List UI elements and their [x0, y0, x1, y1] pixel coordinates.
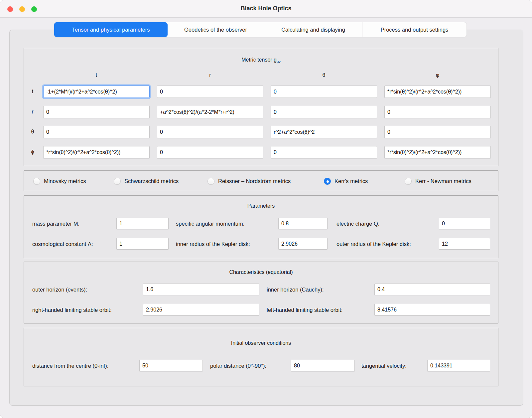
cosmological-constant-label: cosmological constant Λ:: [32, 241, 93, 247]
outer-kepler-radius-input[interactable]: [439, 238, 490, 250]
matrix-row-header-r: r: [27, 109, 39, 115]
metric-cell-r-r[interactable]: [157, 106, 263, 118]
metric-cell-r-phi[interactable]: [384, 106, 491, 118]
tangential-velocity-label: tangential velocity:: [361, 363, 407, 369]
polar-distance-input[interactable]: [291, 360, 355, 371]
text-caret: [147, 88, 148, 95]
mass-parameter-input[interactable]: [116, 218, 169, 229]
parameters-groupbox: Parameters mass parameter M: specific an…: [24, 195, 498, 258]
specific-angular-momentum-input[interactable]: [278, 218, 328, 229]
radio-label: Kerr's metrics: [334, 178, 368, 184]
matrix-row-header-theta: θ: [27, 129, 39, 135]
polar-distance-label: polar distance (0°-90°):: [210, 363, 266, 369]
distance-from-centre-input[interactable]: [139, 360, 203, 371]
inner-horizon-input[interactable]: [374, 284, 490, 295]
outer-horizon-input[interactable]: [143, 284, 259, 295]
metric-tensor-title: Metric tensor gμν: [24, 57, 498, 64]
radio-option-minovsky-metrics[interactable]: Minovsky metrics: [33, 171, 86, 191]
outer-kepler-radius-label: outer radius of the Kepler disk:: [336, 241, 411, 247]
tab-calculating-and-displaying[interactable]: Calculating and displaying: [264, 22, 362, 37]
radio-unselected-icon: [207, 178, 214, 185]
radio-option-kerrs-metrics[interactable]: Kerr's metrics: [324, 171, 368, 191]
matrix-col-header-phi: φ: [384, 72, 491, 78]
inner-horizon-label: inner horizon (Cauchy):: [267, 287, 324, 293]
radio-label: Reissner – Nordström metrics: [218, 178, 291, 184]
initial-conditions-title: Initial observer conditions: [24, 340, 498, 346]
app-window: Black Hole Optics Tensor and physical pa…: [0, 0, 532, 418]
metric-cell-phi-theta[interactable]: [271, 146, 377, 158]
metric-cell-t-t[interactable]: [43, 86, 150, 98]
mass-parameter-label: mass parameter M:: [32, 221, 79, 227]
radio-option-schwarzschild-metrics[interactable]: Schwarzschild metrics: [114, 171, 179, 191]
left-handed-orbit-label: left-handed limiting stable orbit:: [267, 307, 342, 313]
radio-selected-icon: [324, 178, 331, 185]
window-title: Black Hole Optics: [0, 5, 532, 12]
radio-label: Schwarzschild metrics: [124, 178, 179, 184]
radio-option-reissner-nordstrom-metrics[interactable]: Reissner – Nordström metrics: [207, 171, 291, 191]
metric-cell-theta-t[interactable]: [43, 126, 150, 138]
titlebar: Black Hole Optics: [0, 0, 532, 18]
metric-cell-r-t[interactable]: [43, 106, 150, 118]
tangential-velocity-input[interactable]: [427, 360, 490, 371]
metric-cell-phi-phi[interactable]: [384, 146, 491, 158]
right-handed-orbit-input[interactable]: [143, 304, 259, 315]
outer-horizon-label: outer horizon (events):: [32, 287, 87, 293]
characteristics-title: Characteristics (equatorial): [24, 269, 498, 275]
electric-charge-input[interactable]: [439, 218, 490, 229]
parameters-title: Parameters: [24, 203, 498, 209]
matrix-col-header-theta: θ: [271, 72, 377, 78]
inner-kepler-radius-label: inner radius of the Kepler disk:: [176, 241, 250, 247]
radio-option-kerr-newman-metrics[interactable]: Kerr - Newman metrics: [405, 171, 471, 191]
metric-cell-theta-r[interactable]: [157, 126, 263, 138]
metric-cell-t-r[interactable]: [157, 86, 263, 98]
inner-kepler-radius-input[interactable]: [278, 238, 328, 250]
matrix-col-header-r: r: [157, 72, 263, 78]
cosmological-constant-input[interactable]: [116, 238, 169, 250]
metric-cell-phi-r[interactable]: [157, 146, 263, 158]
metric-cell-r-theta[interactable]: [271, 106, 377, 118]
initial-conditions-groupbox: Initial observer conditions distance fro…: [24, 328, 498, 386]
tab-geodetics-of-the-observer[interactable]: Geodetics of the observer: [167, 22, 264, 37]
distance-from-centre-label: distance from the centre (0-inf):: [32, 363, 108, 369]
matrix-row-header-t: t: [27, 89, 39, 95]
metric-tensor-groupbox: Metric tensor gμν t r θ φ t r θ ϕ: [24, 48, 498, 166]
radio-unselected-icon: [33, 178, 40, 185]
metric-tensor-subscript: μν: [277, 60, 281, 64]
right-handed-orbit-label: right-handed limiting stable orbit:: [32, 307, 111, 313]
metric-cell-t-phi[interactable]: [384, 86, 491, 98]
tab-tensor-and-physical-parameters[interactable]: Tensor and physical parameters: [54, 22, 168, 37]
radio-unselected-icon: [114, 178, 121, 185]
metrics-selector-groupbox: Minovsky metrics Schwarzschild metrics R…: [24, 170, 498, 191]
electric-charge-label: electric charge Q:: [336, 221, 379, 227]
metric-cell-theta-theta[interactable]: [271, 126, 377, 138]
matrix-col-header-t: t: [43, 72, 150, 78]
left-handed-orbit-input[interactable]: [374, 304, 490, 315]
specific-angular-momentum-label: specific angular momentum:: [176, 221, 244, 227]
tab-bar: Tensor and physical parameters Geodetics…: [54, 22, 466, 37]
tab-process-and-output-settings[interactable]: Process and output settings: [362, 22, 466, 37]
radio-unselected-icon: [405, 178, 412, 185]
metric-cell-phi-t[interactable]: [43, 146, 150, 158]
matrix-row-header-phi: ϕ: [27, 149, 39, 155]
metric-cell-t-theta[interactable]: [271, 86, 377, 98]
characteristics-groupbox: Characteristics (equatorial) outer horiz…: [24, 262, 498, 323]
metric-cell-theta-phi[interactable]: [384, 126, 491, 138]
radio-label: Minovsky metrics: [44, 178, 86, 184]
radio-label: Kerr - Newman metrics: [415, 178, 471, 184]
